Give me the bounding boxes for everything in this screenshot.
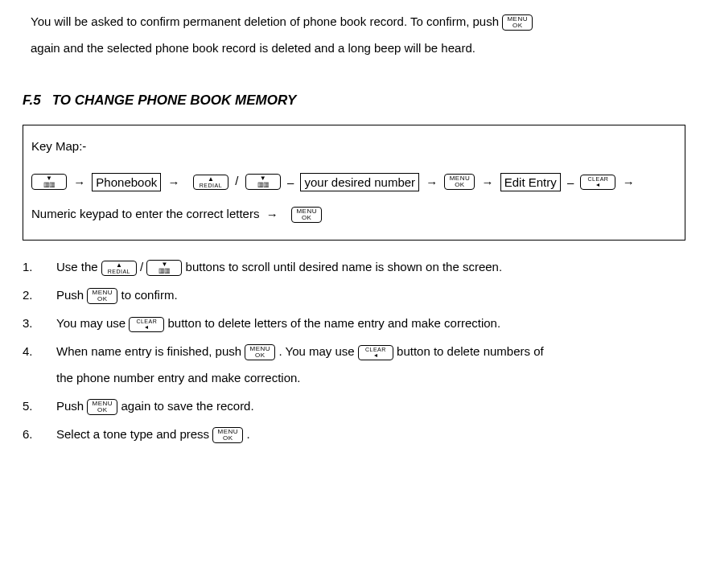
list-item: 2. Push MENU OK to confirm. [23,282,685,308]
step-body: Push MENU OK again to save the record. [56,393,685,419]
step-number: 6. [23,421,56,447]
menu-ok-button-icon: MENU OK [212,427,243,443]
page: You will be asked to confirm permanent d… [0,0,708,465]
list-item: 3. You may use CLEAR ◂ button to delete … [23,310,685,336]
menu-ok-button-icon: MENU OK [87,288,117,304]
steps-list: 1. Use the ▲ REDIAL / ▼ ▥▥ buttons to sc… [23,253,685,447]
step-body: When name entry is finished, push MENU O… [56,338,685,391]
edit-entry-box: Edit Entry [500,173,561,191]
menu-ok-button-icon: MENU OK [245,344,275,360]
arrow-right-icon: → [164,167,183,198]
list-item: 5. Push MENU OK again to save the record… [23,393,685,419]
list-item: 4. When name entry is finished, push MEN… [23,338,685,391]
dash-icon: – [284,167,297,198]
numeric-keypad-text: Numeric keypad to enter the correct lett… [31,207,259,220]
clear-button-icon: CLEAR ◂ [129,317,164,332]
arrow-right-icon: → [263,199,282,230]
menu-ok-button-icon: MENU OK [87,399,117,415]
section-number: F.5 [23,85,48,115]
step-body: Select a tone type and press MENU OK . [56,421,685,447]
step-number: 3. [23,310,56,336]
step-number: 4. [23,338,56,391]
down-button-icon: ▼ ▥▥ [146,260,182,276]
list-item: 6. Select a tone type and press MENU OK … [23,421,685,447]
step-body: Use the ▲ REDIAL / ▼ ▥▥ buttons to scrol… [56,253,685,280]
intro-text-1: You will be asked to confirm permanent d… [31,14,502,28]
slash: / [235,174,238,187]
step-body: You may use CLEAR ◂ button to delete let… [56,310,685,336]
keymap-title: Key Map:- [31,130,677,162]
arrow-right-icon: → [422,167,441,198]
menu-ok-button-icon: MENU OK [502,14,533,31]
step-body: Push MENU OK to confirm. [56,282,685,308]
down-button-icon: ▼ ▥▥ [245,174,281,190]
menu-ok-button-icon: MENU OK [291,207,322,223]
arrow-right-icon: → [70,167,88,198]
step-number: 1. [23,253,56,280]
desired-number-box: your desired number [300,173,419,191]
step-number: 5. [23,393,56,419]
keymap-flow: ▼ ▥▥ → Phonebook → ▲ REDIAL / ▼ ▥▥ – you… [31,165,677,230]
arrow-right-icon: → [479,167,497,198]
step-number: 2. [23,282,56,308]
keymap-box: Key Map:- ▼ ▥▥ → Phonebook → ▲ REDIAL / … [23,125,685,241]
phonebook-box: Phonebook [92,173,161,191]
intro-text-2: again and the selected phone book record… [31,41,475,55]
redial-up-button-icon: ▲ REDIAL [101,261,137,276]
dash-icon: – [564,167,577,198]
intro-paragraph: You will be asked to confirm permanent d… [31,8,685,61]
menu-ok-button-icon: MENU OK [444,174,475,190]
down-button-icon: ▼ ▥▥ [31,174,67,190]
list-item: 1. Use the ▲ REDIAL / ▼ ▥▥ buttons to sc… [23,253,685,280]
arrow-right-icon: → [620,167,638,198]
clear-button-icon: CLEAR ◂ [580,175,615,190]
clear-button-icon: CLEAR ◂ [358,345,393,360]
redial-up-button-icon: ▲ REDIAL [193,175,228,190]
section-heading: F.5 TO CHANGE PHONE BOOK MEMORY [23,85,685,115]
section-title: TO CHANGE PHONE BOOK MEMORY [52,93,297,108]
